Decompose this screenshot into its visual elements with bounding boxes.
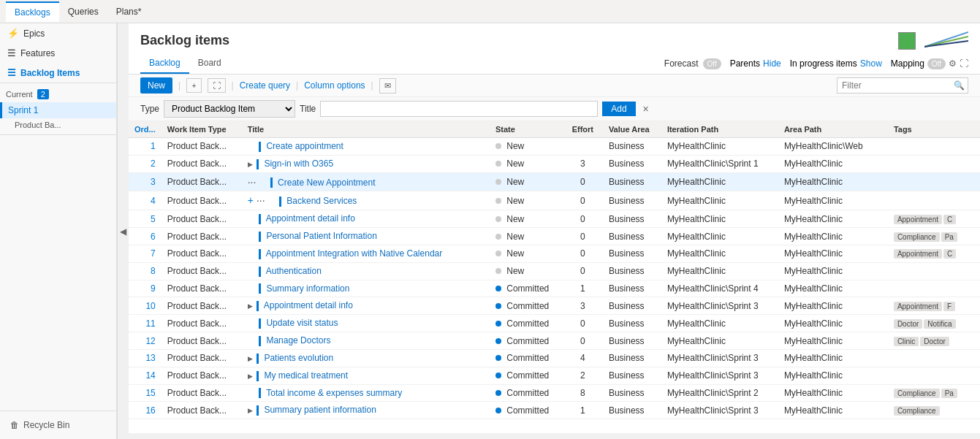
table-row[interactable]: 16 Product Back... ▶ Summary patient inf… bbox=[129, 402, 980, 419]
expand-triangle[interactable]: ▶ bbox=[248, 302, 253, 310]
cell-title[interactable]: +··· Backend Services bbox=[242, 191, 490, 210]
expand-fullscreen-icon[interactable]: ⛶ bbox=[960, 58, 968, 69]
expand-triangle[interactable]: ▶ bbox=[248, 373, 253, 380]
title-text[interactable]: Create appointment bbox=[266, 141, 343, 151]
color-box[interactable] bbox=[898, 32, 916, 50]
expand-triangle[interactable]: ▶ bbox=[248, 407, 253, 414]
expand-triangle[interactable]: ▶ bbox=[248, 161, 253, 168]
type-select[interactable]: Product Backlog Item bbox=[164, 100, 295, 118]
title-text[interactable]: Summary patient information bbox=[264, 405, 376, 415]
new-button[interactable]: New bbox=[140, 77, 172, 93]
tab-plans[interactable]: Plans* bbox=[107, 2, 151, 21]
order-link[interactable]: 16 bbox=[145, 405, 155, 416]
title-text[interactable]: Personal Patient Information bbox=[266, 231, 376, 241]
tab-backlog[interactable]: Backlog bbox=[140, 53, 189, 74]
table-row[interactable]: 14 Product Back... ▶ My medical treatmen… bbox=[129, 367, 980, 384]
table-row[interactable]: 15 Product Back... Total income & expens… bbox=[129, 384, 980, 402]
title-text[interactable]: Total income & expenses summary bbox=[266, 388, 402, 398]
table-row[interactable]: 13 Product Back... ▶ Patients evolution … bbox=[129, 349, 980, 367]
order-link[interactable]: 13 bbox=[145, 353, 155, 363]
row-context-menu[interactable]: ··· bbox=[257, 194, 265, 206]
sidebar-item-features[interactable]: ☰ Features bbox=[0, 43, 116, 63]
close-button[interactable]: × bbox=[643, 103, 649, 115]
order-link[interactable]: 7 bbox=[151, 248, 156, 259]
in-progress-show-link[interactable]: Show bbox=[860, 58, 882, 69]
table-row[interactable]: 4 Product Back... +··· Backend Services … bbox=[129, 191, 980, 210]
title-input[interactable] bbox=[320, 101, 598, 117]
order-link[interactable]: 10 bbox=[145, 301, 155, 311]
expand-triangle[interactable]: ▶ bbox=[248, 355, 253, 362]
order-link[interactable]: 14 bbox=[145, 370, 155, 381]
cell-title[interactable]: Create appointment bbox=[242, 138, 490, 156]
order-link[interactable]: 6 bbox=[151, 232, 156, 242]
cell-title[interactable]: Update visit status bbox=[242, 315, 490, 332]
filter-input[interactable] bbox=[837, 77, 968, 93]
cell-title[interactable]: Total income & expenses summary bbox=[242, 384, 490, 402]
title-text[interactable]: Update visit status bbox=[266, 318, 338, 328]
order-link[interactable]: 15 bbox=[145, 388, 155, 398]
title-text[interactable]: Backend Services bbox=[286, 196, 357, 206]
tab-board[interactable]: Board bbox=[189, 53, 230, 74]
sidebar-collapse-arrow[interactable]: ◀ bbox=[117, 23, 129, 439]
add-button[interactable]: Add bbox=[602, 102, 635, 116]
cell-title[interactable]: Appointment detail info bbox=[242, 210, 490, 228]
table-row[interactable]: 7 Product Back... Appointment Integratio… bbox=[129, 245, 980, 262]
forecast-toggle[interactable]: Off bbox=[703, 58, 721, 69]
table-row[interactable]: 5 Product Back... Appointment detail inf… bbox=[129, 210, 980, 228]
title-text[interactable]: Manage Doctors bbox=[266, 335, 330, 346]
table-row[interactable]: 12 Product Back... Manage Doctors Commit… bbox=[129, 332, 980, 350]
cell-title[interactable]: ▶ Summary patient information bbox=[242, 402, 490, 419]
tab-queries[interactable]: Queries bbox=[59, 2, 107, 21]
cell-title[interactable]: Manage Doctors bbox=[242, 332, 490, 350]
title-text[interactable]: Appointment Integration with Native Cale… bbox=[266, 248, 442, 259]
title-text[interactable]: Patients evolution bbox=[264, 353, 333, 363]
table-row[interactable]: 8 Product Back... Authentication New 0 B… bbox=[129, 262, 980, 280]
create-query-button[interactable]: Create query bbox=[240, 80, 290, 91]
collapse-all-button[interactable]: ⛶ bbox=[208, 78, 226, 93]
table-row[interactable]: 6 Product Back... Personal Patient Infor… bbox=[129, 228, 980, 245]
cell-title[interactable]: Authentication bbox=[242, 262, 490, 280]
sprint-chart[interactable] bbox=[924, 31, 968, 50]
recycle-bin[interactable]: 🗑 Recycle Bin bbox=[6, 417, 110, 433]
cell-title[interactable]: Summary information bbox=[242, 280, 490, 297]
order-link[interactable]: 4 bbox=[151, 196, 156, 206]
cell-title[interactable]: ▶ Sign-in with O365 bbox=[242, 155, 490, 172]
sidebar-item-epics[interactable]: ⚡ Epics bbox=[0, 23, 116, 43]
tab-backlogs[interactable]: Backlogs bbox=[6, 1, 59, 22]
title-text[interactable]: My medical treatment bbox=[264, 370, 348, 381]
table-row[interactable]: 1 Product Back... Create appointment New… bbox=[129, 138, 980, 156]
table-row[interactable]: 11 Product Back... Update visit status C… bbox=[129, 315, 980, 332]
order-link[interactable]: 11 bbox=[145, 318, 155, 329]
row-context-menu[interactable]: ··· bbox=[248, 176, 257, 188]
table-row[interactable]: 2 Product Back... ▶ Sign-in with O365 Ne… bbox=[129, 155, 980, 172]
cell-title[interactable]: ··· Create New Appointment bbox=[242, 172, 490, 191]
cell-title[interactable]: Personal Patient Information bbox=[242, 228, 490, 245]
table-row[interactable]: 3 Product Back... ··· Create New Appoint… bbox=[129, 172, 980, 191]
cell-title[interactable]: ▶ Patients evolution bbox=[242, 349, 490, 367]
email-button[interactable]: ✉ bbox=[379, 78, 396, 93]
column-options-button[interactable]: Column options bbox=[304, 80, 365, 91]
horizontal-scrollbar[interactable] bbox=[129, 433, 980, 439]
title-text[interactable]: Sign-in with O365 bbox=[264, 159, 333, 169]
cell-title[interactable]: ▶ Appointment detail info bbox=[242, 297, 490, 315]
expand-all-button[interactable]: + bbox=[186, 78, 201, 93]
settings-icon[interactable]: ⚙ bbox=[949, 58, 957, 69]
cell-title[interactable]: ▶ My medical treatment bbox=[242, 367, 490, 384]
sprint-1-item[interactable]: Sprint 1 bbox=[0, 102, 116, 118]
order-link[interactable]: 3 bbox=[151, 177, 156, 187]
title-text[interactable]: Summary information bbox=[266, 283, 349, 294]
cell-title[interactable]: Appointment Integration with Native Cale… bbox=[242, 245, 490, 262]
table-row[interactable]: 9 Product Back... Summary information Co… bbox=[129, 280, 980, 297]
add-child-icon[interactable]: + bbox=[248, 194, 254, 206]
title-text[interactable]: Authentication bbox=[266, 266, 322, 276]
mapping-toggle[interactable]: Off bbox=[927, 58, 946, 69]
parents-hide-link[interactable]: Hide bbox=[763, 58, 781, 69]
title-text[interactable]: Appointment detail info bbox=[264, 300, 353, 310]
sidebar-item-backlog-items[interactable]: ☰ Backlog Items bbox=[0, 63, 116, 83]
order-link[interactable]: 8 bbox=[151, 266, 156, 276]
order-link[interactable]: 5 bbox=[151, 214, 156, 224]
table-row[interactable]: 10 Product Back... ▶ Appointment detail … bbox=[129, 297, 980, 315]
order-link[interactable]: 1 bbox=[151, 141, 156, 151]
order-link[interactable]: 9 bbox=[151, 283, 156, 294]
title-text[interactable]: Create New Appointment bbox=[278, 177, 375, 188]
